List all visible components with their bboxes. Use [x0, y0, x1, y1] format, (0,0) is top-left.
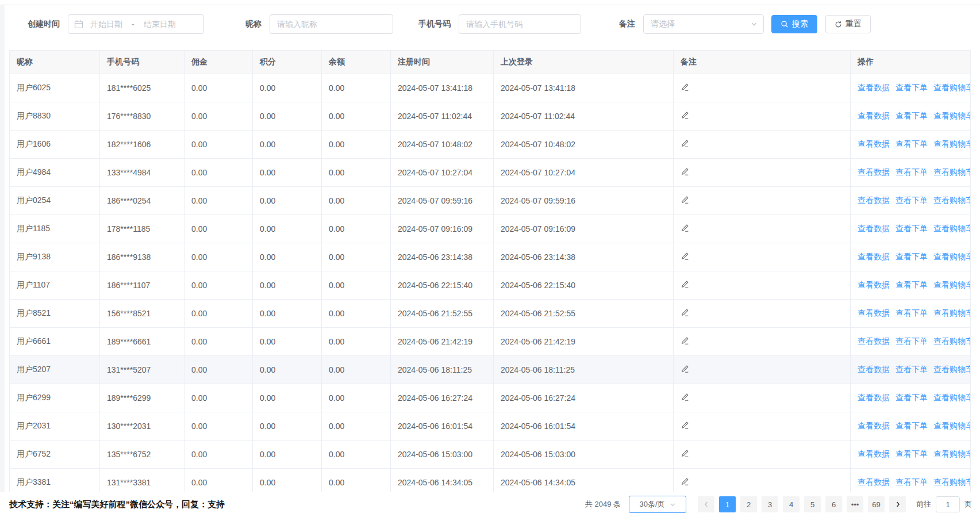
action-link-0[interactable]: 查看数据 [858, 196, 890, 205]
cell-actions: 查看数据查看下单查看购物车 [851, 441, 971, 469]
edit-remark-icon[interactable] [681, 196, 689, 204]
edit-remark-icon[interactable] [681, 252, 689, 261]
cell-balance: 0.00 [322, 469, 391, 492]
edit-remark-icon[interactable] [681, 224, 689, 232]
table-row: 用户6299189****62990.000.000.002024-05-06 … [10, 384, 971, 412]
action-link-2[interactable]: 查看购物车 [933, 393, 971, 402]
action-link-1[interactable]: 查看下单 [896, 196, 928, 205]
action-link-2[interactable]: 查看购物车 [933, 336, 971, 346]
edit-remark-icon[interactable] [681, 336, 689, 345]
pagination-page-3[interactable]: 3 [762, 496, 778, 512]
pagination-page-1[interactable]: 1 [719, 496, 736, 512]
edit-remark-icon[interactable] [681, 111, 689, 120]
column-header-points: 积分 [253, 51, 322, 74]
search-button[interactable]: 搜索 [771, 15, 817, 33]
cell-phone: 131****3381 [100, 469, 185, 492]
edit-remark-icon[interactable] [681, 139, 689, 148]
date-range-separator: - [129, 20, 137, 29]
cell-nickname: 用户8830 [10, 102, 100, 131]
edit-remark-icon[interactable] [681, 393, 689, 401]
action-link-2[interactable]: 查看购物车 [933, 280, 971, 289]
pagination-page-2[interactable]: 2 [740, 496, 757, 512]
pagination-page-4[interactable]: 4 [783, 496, 800, 512]
page-size-value: 30条/页 [639, 499, 664, 510]
pagination-page-69[interactable]: 69 [868, 496, 885, 512]
pagination-prev-button[interactable] [698, 496, 714, 512]
action-link-1[interactable]: 查看下单 [896, 252, 928, 261]
action-link-1[interactable]: 查看下单 [896, 336, 928, 346]
cell-points: 0.00 [253, 74, 322, 102]
action-link-1[interactable]: 查看下单 [896, 139, 928, 148]
action-link-0[interactable]: 查看数据 [858, 336, 890, 346]
action-link-0[interactable]: 查看数据 [858, 365, 890, 374]
action-link-1[interactable]: 查看下单 [896, 167, 928, 177]
action-link-0[interactable]: 查看数据 [858, 111, 890, 120]
page-size-select[interactable]: 30条/页 [629, 496, 686, 513]
cell-actions: 查看数据查看下单查看购物车 [851, 187, 971, 215]
pagination-more-button[interactable]: ••• [847, 496, 863, 512]
action-link-2[interactable]: 查看购物车 [933, 139, 971, 148]
action-link-0[interactable]: 查看数据 [858, 224, 890, 233]
action-link-1[interactable]: 查看下单 [896, 280, 928, 289]
action-link-2[interactable]: 查看购物车 [933, 365, 971, 374]
edit-remark-icon[interactable] [681, 83, 689, 91]
action-link-2[interactable]: 查看购物车 [933, 477, 971, 487]
action-link-0[interactable]: 查看数据 [858, 252, 890, 261]
action-link-2[interactable]: 查看购物车 [933, 252, 971, 261]
action-link-2[interactable]: 查看购物车 [933, 224, 971, 233]
table-row: 用户2031130****20310.000.000.002024-05-06 … [10, 412, 971, 441]
edit-remark-icon[interactable] [681, 167, 689, 176]
action-link-0[interactable]: 查看数据 [858, 167, 890, 177]
action-link-0[interactable]: 查看数据 [858, 393, 890, 402]
pager: 123456•••69 [717, 496, 887, 512]
action-link-1[interactable]: 查看下单 [896, 308, 928, 317]
start-date-input[interactable] [83, 20, 129, 29]
action-link-2[interactable]: 查看购物车 [933, 83, 971, 92]
nickname-input[interactable] [270, 14, 393, 34]
cell-actions: 查看数据查看下单查看购物车 [851, 300, 971, 328]
action-link-1[interactable]: 查看下单 [896, 365, 928, 374]
cell-last_login: 2024-05-07 13:41:18 [494, 74, 674, 102]
action-link-1[interactable]: 查看下单 [896, 83, 928, 92]
action-link-0[interactable]: 查看数据 [858, 139, 890, 148]
edit-remark-icon[interactable] [681, 280, 689, 289]
action-link-0[interactable]: 查看数据 [858, 308, 890, 317]
edit-remark-icon[interactable] [681, 308, 689, 317]
action-link-2[interactable]: 查看购物车 [933, 196, 971, 205]
edit-remark-icon[interactable] [681, 365, 689, 373]
action-link-1[interactable]: 查看下单 [896, 224, 928, 233]
edit-remark-icon[interactable] [681, 421, 689, 430]
action-link-1[interactable]: 查看下单 [896, 477, 928, 487]
action-link-2[interactable]: 查看购物车 [933, 308, 971, 317]
action-link-1[interactable]: 查看下单 [896, 421, 928, 430]
edit-remark-icon[interactable] [681, 449, 689, 458]
action-link-2[interactable]: 查看购物车 [933, 449, 971, 458]
action-link-0[interactable]: 查看数据 [858, 421, 890, 430]
action-link-0[interactable]: 查看数据 [858, 83, 890, 92]
pagination-next-button[interactable] [889, 496, 906, 512]
action-link-2[interactable]: 查看购物车 [933, 421, 971, 430]
action-link-1[interactable]: 查看下单 [896, 393, 928, 402]
cell-balance: 0.00 [322, 300, 391, 328]
reset-button[interactable]: 重置 [825, 15, 871, 33]
phone-input[interactable] [459, 14, 581, 34]
action-link-1[interactable]: 查看下单 [896, 111, 928, 120]
cell-balance: 0.00 [322, 412, 391, 441]
action-link-0[interactable]: 查看数据 [858, 477, 890, 487]
date-range-picker[interactable]: - [68, 14, 204, 34]
chevron-down-icon [670, 501, 676, 508]
goto-page-input[interactable] [936, 496, 960, 512]
cell-actions: 查看数据查看下单查看购物车 [851, 102, 971, 131]
action-link-1[interactable]: 查看下单 [896, 449, 928, 458]
table-row: 用户4984133****49840.000.000.002024-05-07 … [10, 159, 971, 187]
pagination-page-6[interactable]: 6 [825, 496, 842, 512]
action-link-2[interactable]: 查看购物车 [933, 167, 971, 177]
cell-last_login: 2024-05-06 16:01:54 [494, 412, 674, 441]
action-link-0[interactable]: 查看数据 [858, 449, 890, 458]
remark-select[interactable]: 请选择 [643, 14, 764, 34]
pagination-page-5[interactable]: 5 [804, 496, 821, 512]
edit-remark-icon[interactable] [681, 477, 689, 486]
action-link-0[interactable]: 查看数据 [858, 280, 890, 289]
action-link-2[interactable]: 查看购物车 [933, 111, 971, 120]
end-date-input[interactable] [137, 20, 183, 29]
